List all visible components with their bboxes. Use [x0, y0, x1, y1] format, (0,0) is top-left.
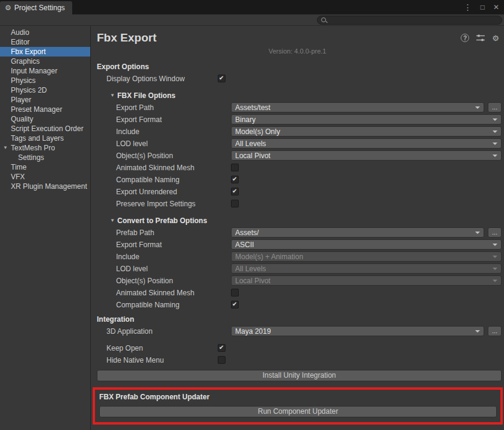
sidebar-item-fbx-export[interactable]: Fbx Export — [0, 47, 90, 57]
tab-project-settings[interactable]: ⚙ Project Settings — [0, 1, 72, 14]
sidebar-item-textmesh-pro-settings[interactable]: Settings — [0, 153, 90, 162]
chevron-down-icon — [493, 118, 497, 121]
sidebar-item-label: TextMesh Pro — [11, 144, 55, 152]
field-label: Export Format — [116, 241, 162, 249]
foldout-triangle-icon[interactable]: ▼ — [3, 143, 8, 153]
lod-level-row: LOD level All Levels — [91, 138, 504, 150]
foldout-label[interactable]: Convert to Prefab Options — [117, 217, 207, 225]
fbx-file-options-foldout[interactable]: ▼ FBX File Options — [91, 90, 504, 102]
export-path-browse-button[interactable]: ... — [488, 102, 502, 112]
prefab-animated-skinned-mesh-checkbox[interactable] — [231, 289, 239, 296]
dropdown-value: Maya 2019 — [235, 327, 473, 336]
sidebar-item-label: Fbx Export — [11, 48, 46, 56]
foldout-triangle-icon[interactable]: ▼ — [110, 218, 115, 223]
install-unity-integration-button[interactable]: Install Unity Integration — [97, 370, 502, 381]
section-header: Export Options — [97, 63, 149, 71]
field-label: Display Options Window — [106, 75, 185, 83]
sidebar-item-label: Player — [11, 96, 31, 104]
chevron-down-icon — [493, 131, 497, 133]
display-options-window-checkbox[interactable] — [218, 75, 226, 82]
animated-skinned-mesh-checkbox[interactable] — [231, 164, 239, 171]
sidebar-item-preset-manager[interactable]: Preset Manager — [0, 105, 90, 114]
chevron-down-icon — [493, 280, 497, 282]
dropdown-value: All Levels — [235, 140, 490, 148]
sidebar-item-editor[interactable]: Editor — [0, 37, 90, 47]
sidebar-item-quality[interactable]: Quality — [0, 114, 90, 124]
presets-icon[interactable] — [476, 34, 485, 41]
sidebar-item-audio[interactable]: Audio — [0, 28, 90, 37]
chevron-down-icon — [493, 256, 497, 258]
close-icon[interactable]: ✕ — [493, 4, 499, 11]
3d-application-dropdown[interactable]: Maya 2019 — [231, 326, 484, 336]
field-label: Include — [116, 253, 140, 261]
export-unrendered-row: Export Unrendered — [91, 186, 504, 198]
sidebar-item-label: Preset Manager — [11, 105, 62, 114]
export-format-row: Export Format Binary — [91, 114, 504, 126]
window-menu-icon[interactable]: ⋮ — [464, 4, 472, 11]
page-title: Fbx Export — [97, 31, 461, 45]
search-field[interactable] — [317, 16, 502, 25]
sidebar-item-time[interactable]: Time — [0, 162, 90, 172]
field-label: LOD level — [116, 265, 148, 273]
sidebar-item-physics[interactable]: Physics — [0, 76, 90, 85]
field-label: Export Path — [116, 103, 154, 112]
sidebar-item-label: Tags and Layers — [11, 134, 64, 143]
include-dropdown[interactable]: Model(s) Only — [231, 126, 502, 137]
compatible-naming-checkbox[interactable] — [231, 176, 239, 183]
export-path-dropdown[interactable]: Assets/test — [231, 102, 484, 112]
export-format-dropdown[interactable]: Binary — [231, 114, 502, 124]
objects-position-dropdown[interactable]: Local Pivot — [231, 150, 502, 161]
field-label: Keep Open — [106, 344, 143, 352]
sidebar-item-vfx[interactable]: VFX — [0, 172, 90, 182]
field-label: Prefab Path — [116, 229, 154, 237]
chevron-down-icon — [475, 106, 480, 109]
preserve-import-settings-row: Preserve Import Settings — [91, 198, 504, 210]
dropdown-value: Binary — [235, 115, 490, 124]
hide-native-menu-checkbox[interactable] — [218, 356, 226, 364]
convert-to-prefab-options-foldout[interactable]: ▼ Convert to Prefab Options — [91, 215, 504, 227]
field-label: Include — [116, 127, 140, 136]
run-component-updater-button[interactable]: Run Component Updater — [99, 406, 497, 417]
prefab-compatible-naming-row: Compatible Naming — [91, 299, 504, 311]
dropdown-value: Model(s) + Animation — [235, 253, 490, 261]
help-icon[interactable]: ? — [461, 34, 469, 42]
prefab-lod-level-row: LOD level All Levels — [91, 263, 504, 275]
search-input[interactable] — [329, 16, 499, 23]
sidebar-item-textmesh-pro[interactable]: ▼ TextMesh Pro — [0, 143, 90, 153]
sidebar-item-player[interactable]: Player — [0, 95, 90, 105]
sidebar-item-graphics[interactable]: Graphics — [0, 57, 90, 66]
export-path-row: Export Path Assets/test ... — [91, 102, 504, 114]
prefab-compatible-naming-checkbox[interactable] — [231, 301, 239, 309]
export-unrendered-checkbox[interactable] — [231, 188, 239, 195]
sidebar-item-script-execution-order[interactable]: Script Execution Order — [0, 124, 90, 134]
sidebar-item-tags-and-layers[interactable]: Tags and Layers — [0, 134, 90, 143]
sidebar-item-label: Physics 2D — [11, 86, 47, 94]
field-label: Preserve Import Settings — [116, 200, 195, 208]
chevron-down-icon — [475, 232, 480, 234]
sidebar-item-input-manager[interactable]: Input Manager — [0, 66, 90, 76]
gear-icon: ⚙ — [5, 4, 11, 12]
prefab-path-dropdown[interactable]: Assets/ — [231, 227, 484, 238]
field-label: Animated Skinned Mesh — [116, 289, 194, 297]
objects-position-row: Object(s) Position Local Pivot — [91, 150, 504, 162]
settings-gear-icon[interactable]: ⚙ — [492, 34, 499, 43]
prefab-path-browse-button[interactable]: ... — [488, 227, 502, 238]
preserve-import-settings-checkbox[interactable] — [231, 200, 239, 207]
sidebar-item-label: Time — [11, 163, 26, 171]
field-label: Hide Native Menu — [106, 356, 164, 364]
maximize-icon[interactable]: □ — [481, 4, 485, 11]
3d-application-browse-button[interactable]: ... — [488, 326, 502, 336]
chevron-down-icon — [493, 244, 497, 246]
field-label: Compatible Naming — [116, 301, 179, 309]
foldout-label[interactable]: FBX File Options — [117, 91, 176, 100]
lod-level-dropdown[interactable]: All Levels — [231, 138, 502, 149]
integration-header-row: Integration — [91, 313, 504, 325]
sidebar-item-physics-2d[interactable]: Physics 2D — [0, 85, 90, 95]
foldout-triangle-icon[interactable]: ▼ — [110, 93, 115, 98]
sidebar-item-xr-plugin-management[interactable]: XR Plugin Management — [0, 182, 90, 191]
panel-header: Fbx Export ? ⚙ — [91, 26, 504, 45]
prefab-export-format-dropdown[interactable]: ASCII — [231, 239, 502, 250]
sidebar-item-label: VFX — [11, 173, 25, 181]
keep-open-checkbox[interactable] — [218, 344, 226, 352]
prefab-path-row: Prefab Path Assets/ ... — [91, 227, 504, 239]
